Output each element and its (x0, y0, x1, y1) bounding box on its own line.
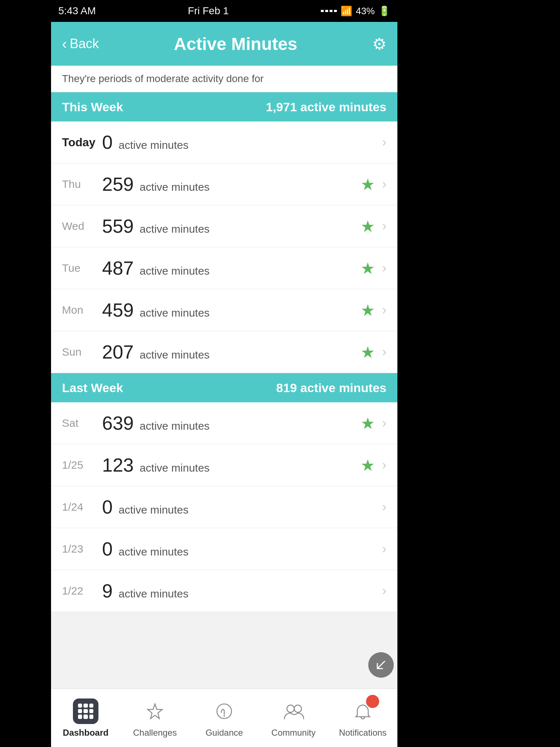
day-minutes: 459 active minutes (102, 299, 361, 321)
grid-icon (78, 704, 93, 719)
status-date: Fri Feb 1 (188, 5, 229, 17)
svg-point-2 (223, 715, 225, 717)
notification-badge (366, 695, 379, 708)
svg-point-3 (287, 705, 294, 712)
chevron-right-icon: › (382, 499, 386, 515)
scroll-area: They're periods of moderate activity don… (51, 66, 397, 689)
day-icons: ★ › (361, 301, 386, 320)
chevron-right-icon: › (382, 583, 386, 599)
battery-icon: 🔋 (378, 5, 390, 17)
day-minutes: 0 active minutes (102, 131, 382, 153)
day-row-today[interactable]: Today 0 active minutes › (51, 121, 397, 163)
back-chevron-icon: ‹ (62, 36, 67, 52)
day-label: Mon (62, 304, 102, 316)
tab-notifications[interactable]: Notifications (328, 698, 397, 738)
day-icons: ★ › (361, 343, 386, 361)
chevron-right-icon: › (382, 260, 386, 276)
star-icon: ★ (361, 259, 375, 278)
star-icon: ★ (361, 175, 375, 194)
dashboard-icon (73, 698, 98, 724)
day-label: 1/25 (62, 459, 102, 471)
wifi-icon: 📶 (341, 5, 352, 17)
battery-level: 43% (356, 5, 375, 17)
chevron-right-icon: › (382, 457, 386, 473)
chevron-right-icon: › (382, 541, 386, 557)
day-label: Tue (62, 262, 102, 274)
tab-notifications-label: Notifications (339, 728, 387, 738)
day-minutes: 0 active minutes (102, 496, 382, 518)
day-label: Wed (62, 220, 102, 232)
tab-dashboard[interactable]: Dashboard (51, 698, 120, 738)
day-row-sun[interactable]: Sun 207 active minutes ★ › (51, 331, 397, 373)
day-minutes: 207 active minutes (102, 341, 361, 363)
star-icon: ★ (361, 414, 375, 433)
svg-marker-0 (148, 704, 162, 719)
star-icon: ★ (361, 456, 375, 475)
day-minutes: 259 active minutes (102, 173, 361, 195)
day-label: 1/22 (62, 585, 102, 597)
day-label: Sun (62, 346, 102, 358)
day-icons: ★ › (361, 456, 386, 475)
this-week-total: 1,971 active minutes (266, 100, 386, 114)
day-icons: ★ › (361, 414, 386, 433)
day-row-1-23[interactable]: 1/23 0 active minutes › (51, 528, 397, 570)
day-label: Sat (62, 417, 102, 429)
day-label: 1/23 (62, 543, 102, 555)
guidance-icon (211, 698, 237, 724)
day-minutes: 123 active minutes (102, 454, 361, 476)
day-label: Thu (62, 178, 102, 190)
day-icons: › (382, 499, 386, 515)
corner-button[interactable] (368, 652, 394, 678)
day-label: 1/24 (62, 501, 102, 513)
svg-point-4 (294, 705, 302, 712)
tab-challenges[interactable]: Challenges (120, 698, 190, 738)
day-minutes: 487 active minutes (102, 257, 361, 279)
last-week-header: Last Week 819 active minutes (51, 373, 397, 402)
day-row-sat[interactable]: Sat 639 active minutes ★ › (51, 402, 397, 444)
tab-guidance[interactable]: Guidance (190, 698, 259, 738)
status-time: 5:43 AM (58, 5, 96, 17)
settings-icon[interactable]: ⚙ (372, 35, 386, 53)
day-minutes: 559 active minutes (102, 215, 361, 237)
day-icons: › (382, 583, 386, 599)
day-icons: › (382, 541, 386, 557)
day-icons: ★ › (361, 175, 386, 194)
signal-icon (321, 10, 337, 12)
community-icon (281, 698, 306, 724)
chevron-right-icon: › (382, 177, 386, 192)
day-row-1-25[interactable]: 1/25 123 active minutes ★ › (51, 444, 397, 486)
day-icons: ★ › (361, 259, 386, 278)
day-icons: › (382, 135, 386, 150)
back-label: Back (70, 36, 99, 51)
tab-community[interactable]: Community (259, 698, 328, 738)
challenges-icon (142, 698, 168, 724)
day-minutes: 639 active minutes (102, 412, 361, 434)
day-row-wed[interactable]: Wed 559 active minutes ★ › (51, 205, 397, 247)
day-row-mon[interactable]: Mon 459 active minutes ★ › (51, 289, 397, 331)
chevron-right-icon: › (382, 135, 386, 150)
tab-dashboard-label: Dashboard (63, 728, 108, 738)
day-row-tue[interactable]: Tue 487 active minutes ★ › (51, 247, 397, 289)
status-right: 📶 43% 🔋 (321, 5, 390, 17)
tab-community-label: Community (271, 728, 315, 738)
chevron-right-icon: › (382, 218, 386, 234)
info-text: They're periods of moderate activity don… (62, 73, 264, 84)
back-button[interactable]: ‹ Back (62, 36, 99, 52)
this-week-header: This Week 1,971 active minutes (51, 92, 397, 121)
info-banner: They're periods of moderate activity don… (51, 66, 397, 92)
status-bar: 5:43 AM Fri Feb 1 📶 43% 🔋 (51, 0, 397, 22)
page-title: Active Minutes (174, 34, 298, 54)
day-icons: ★ › (361, 217, 386, 236)
day-row-thu[interactable]: Thu 259 active minutes ★ › (51, 163, 397, 205)
tab-challenges-label: Challenges (133, 728, 177, 738)
day-row-1-22[interactable]: 1/22 9 active minutes › (51, 570, 397, 612)
chevron-right-icon: › (382, 344, 386, 360)
day-row-1-24[interactable]: 1/24 0 active minutes › (51, 486, 397, 528)
header: ‹ Back Active Minutes ⚙ (51, 22, 397, 66)
star-icon: ★ (361, 301, 375, 320)
tab-bar: Dashboard Challenges Guidance (51, 689, 397, 747)
star-icon: ★ (361, 217, 375, 236)
day-label: Today (62, 136, 102, 149)
day-minutes: 0 active minutes (102, 538, 382, 560)
star-icon: ★ (361, 343, 375, 361)
